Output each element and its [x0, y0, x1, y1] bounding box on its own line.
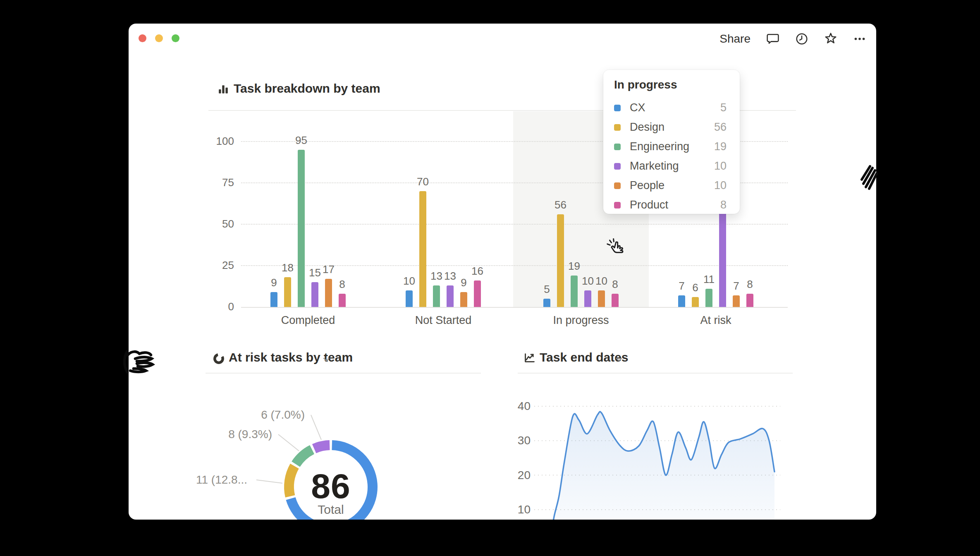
bar-at-risk-people[interactable]: [733, 295, 740, 307]
bar-at-risk-design[interactable]: [692, 297, 699, 307]
bar-completed-product[interactable]: [339, 294, 346, 307]
bar-in-progress-product[interactable]: [612, 294, 619, 307]
window-zoom-button[interactable]: [172, 34, 179, 42]
legend-swatch-icon: [614, 144, 621, 150]
chevron-down-icon[interactable]: [321, 355, 331, 366]
bar-not-started-product[interactable]: [474, 280, 481, 307]
chevron-down-icon[interactable]: [614, 355, 624, 366]
bar-value-label: 6: [679, 281, 712, 294]
bar-value-label: 70: [406, 175, 440, 188]
bar-at-risk-marketing[interactable]: [719, 214, 726, 307]
tooltip-row-value: 10: [714, 160, 727, 173]
tooltip-row-label: Marketing: [630, 160, 714, 173]
bar-value-label: 11: [693, 273, 726, 286]
bar-in-progress-engineering[interactable]: [571, 276, 578, 307]
bar-value-label: 8: [326, 278, 359, 291]
tooltip-row: Engineering19: [614, 137, 727, 156]
bar-value-label: 18: [271, 261, 304, 274]
y-axis-tick-label: 50: [205, 218, 234, 230]
bar-value-label: 10: [585, 275, 618, 288]
more-ellipsis-icon[interactable]: [853, 32, 866, 46]
gridline: [241, 265, 788, 266]
divider: [206, 373, 481, 374]
y-axis-tick-label: 30: [502, 434, 531, 447]
app-window: Share Task breakdown by team 0: [129, 24, 876, 520]
tooltip-row-label: People: [630, 179, 714, 192]
y-axis-tick-label: 100: [205, 135, 234, 148]
bar-at-risk-product[interactable]: [746, 294, 753, 307]
bar-completed-design[interactable]: [284, 277, 291, 307]
y-axis-tick-label: 0: [205, 300, 234, 313]
bar-at-risk-engineering[interactable]: [705, 289, 712, 307]
share-button[interactable]: Share: [719, 32, 751, 46]
tooltip-row-value: 19: [714, 140, 727, 153]
toolbar: Share: [719, 29, 866, 48]
bar-value-label: 9: [258, 276, 291, 289]
window-minimize-button[interactable]: [155, 34, 163, 42]
bar-completed-people[interactable]: [325, 279, 332, 307]
donut-label: 8 (9.3%): [228, 428, 272, 441]
comment-icon[interactable]: [766, 32, 779, 46]
tooltip-row: Marketing10: [614, 156, 727, 176]
bar-value-label: 10: [571, 275, 605, 288]
bar-in-progress-marketing[interactable]: [584, 290, 591, 307]
tooltip-row-label: CX: [630, 101, 720, 114]
bar-value-label: 10: [393, 275, 426, 288]
tooltip-title: In progress: [614, 78, 727, 91]
area-chart-plot[interactable]: [518, 396, 793, 520]
bar-value-label: 8: [599, 278, 632, 291]
bar-value-label: 13: [420, 270, 453, 283]
bar-value-label: 8: [734, 278, 767, 291]
donut-slice[interactable]: [296, 450, 312, 464]
tooltip-row-value: 56: [714, 121, 727, 134]
chart-tooltip: In progress CX5Design56Engineering19Mark…: [603, 70, 740, 214]
bar-value-label: 13: [434, 270, 467, 283]
bar-in-progress-cx[interactable]: [543, 299, 550, 307]
divider: [518, 373, 793, 374]
favorite-star-icon[interactable]: [824, 32, 837, 46]
bar-value-label: 16: [461, 265, 494, 278]
bar-not-started-design[interactable]: [419, 191, 426, 307]
bar-not-started-marketing[interactable]: [447, 285, 454, 307]
bar-not-started-cx[interactable]: [406, 290, 413, 307]
tooltip-row-value: 5: [720, 101, 727, 114]
donut-slice[interactable]: [314, 445, 330, 448]
bar-chart-title: Task breakdown by team: [234, 81, 380, 96]
bar-completed-marketing[interactable]: [311, 282, 318, 307]
cursor-pointer-hand-icon: [605, 238, 628, 261]
hand-doodle: [121, 348, 163, 381]
tooltip-row: Design56: [614, 117, 727, 137]
x-axis-line: [241, 307, 788, 308]
bar-value-label: 7: [720, 280, 753, 292]
tooltip-row-label: Engineering: [630, 140, 714, 153]
y-axis-tick-label: 20: [502, 469, 531, 482]
bar-value-label: 17: [312, 263, 345, 276]
y-axis-tick-label: 10: [502, 503, 531, 516]
bar-value-label: 56: [544, 199, 577, 211]
bar-in-progress-design[interactable]: [557, 214, 564, 307]
tooltip-row-value: 8: [720, 199, 727, 211]
window-close-button[interactable]: [139, 34, 146, 42]
y-axis-tick-label: 25: [205, 259, 234, 272]
bar-not-started-people[interactable]: [460, 292, 467, 307]
bar-chart-icon: [218, 84, 229, 96]
x-axis-category-label: Completed: [271, 314, 345, 327]
bar-in-progress-people[interactable]: [598, 290, 605, 307]
bar-completed-engineering[interactable]: [298, 150, 305, 307]
y-axis-tick-label: 75: [205, 176, 234, 189]
bar-completed-cx[interactable]: [270, 292, 277, 307]
bar-not-started-engineering[interactable]: [433, 285, 440, 307]
legend-swatch-icon: [614, 105, 621, 111]
pie-chart-icon: [213, 353, 225, 366]
tooltip-row: Product8: [614, 195, 727, 215]
history-clock-icon[interactable]: [795, 32, 808, 46]
x-axis-category-label: In progress: [544, 314, 618, 327]
x-axis-category-label: Not Started: [406, 314, 480, 327]
bar-at-risk-cx[interactable]: [678, 295, 685, 307]
bar-value-label: 19: [558, 260, 591, 273]
bar-value-label: 9: [447, 276, 480, 289]
tooltip-row: People10: [614, 176, 727, 195]
y-axis-tick-label: 40: [502, 400, 531, 413]
donut-chart-title: At risk tasks by team: [229, 350, 353, 364]
bar-value-label: 7: [665, 280, 698, 292]
